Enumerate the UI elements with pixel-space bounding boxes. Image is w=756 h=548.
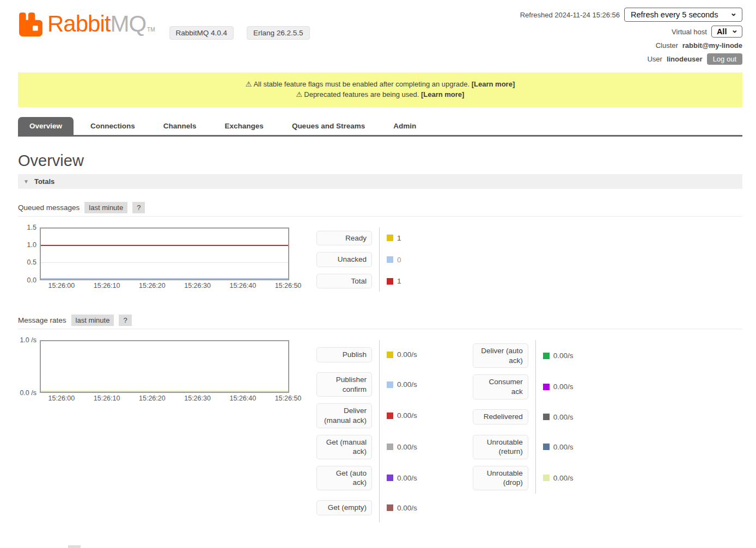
legend-row-total: Total1 bbox=[316, 270, 401, 292]
x-tick-label: 15:26:40 bbox=[229, 395, 256, 402]
legend-label-consumer-ack[interactable]: Consumer ack bbox=[473, 374, 528, 399]
legend-row-get-auto-ack: Get (auto ack)0.00/s bbox=[316, 463, 417, 494]
rates-range-badge[interactable]: last minute bbox=[71, 315, 114, 326]
legend-label-redelivered[interactable]: Redelivered bbox=[473, 409, 528, 424]
queued-help-icon[interactable]: ? bbox=[132, 202, 145, 213]
legend-value-text: 0.00/s bbox=[397, 474, 417, 482]
queued-chart-legend: Ready1Unacked0Total1 bbox=[316, 227, 401, 292]
queued-messages-chart-row: 1.51.00.50.0 15:26:0015:26:1015:26:2015:… bbox=[18, 227, 742, 292]
rates-chart-legend-right: Deliver (auto ack)0.00/sConsumer ack0.00… bbox=[473, 340, 574, 493]
legend-label-publish[interactable]: Publish bbox=[316, 347, 372, 362]
rates-help-icon[interactable]: ? bbox=[119, 315, 131, 326]
logo-area: RabbitMQTM RabbitMQ 4.0.4 Erlang 26.2.5.… bbox=[18, 8, 310, 42]
legend-label-ready[interactable]: Ready bbox=[316, 231, 372, 246]
series-line-unacked bbox=[41, 278, 288, 279]
legend-value-text: 0.00/s bbox=[553, 352, 574, 360]
legend-swatch-get-auto-ack bbox=[387, 475, 393, 481]
legend-swatch-total bbox=[387, 278, 393, 285]
legend-label-deliver-auto-ack[interactable]: Deliver (auto ack) bbox=[473, 343, 528, 368]
series-line-unroutable-drop bbox=[41, 391, 288, 392]
tab-connections[interactable]: Connections bbox=[79, 117, 147, 135]
legend-label-unroutable-return[interactable]: Unroutable (return) bbox=[473, 435, 528, 459]
rabbitmq-logo[interactable]: RabbitMQTM bbox=[18, 12, 155, 42]
tab-channels[interactable]: Channels bbox=[152, 117, 208, 135]
legend-swatch-deliver-auto-ack bbox=[543, 353, 550, 359]
legend-label-get-auto-ack[interactable]: Get (auto ack) bbox=[316, 466, 372, 490]
legend-label-get-empty[interactable]: Get (empty) bbox=[316, 500, 372, 515]
tab-overview[interactable]: Overview bbox=[18, 117, 74, 135]
legend-value-unroutable-return: 0.00/s bbox=[543, 443, 574, 451]
brand-wordmark: RabbitMQTM bbox=[47, 12, 155, 42]
legend-value-text: 0.00/s bbox=[397, 380, 417, 389]
legend-value-text: 0.00/s bbox=[553, 474, 574, 482]
legend-label-get-manual-ack[interactable]: Get (manual ack) bbox=[316, 435, 372, 459]
series-line-total bbox=[41, 245, 288, 246]
logout-button[interactable]: Log out bbox=[707, 53, 742, 65]
legend-value-deliver-manual-ack: 0.00/s bbox=[387, 411, 417, 420]
page-title: Overview bbox=[18, 152, 742, 170]
legend-swatch-unacked bbox=[387, 256, 393, 263]
learn-more-link-feature-flags[interactable]: [Learn more] bbox=[472, 80, 515, 88]
legend-swatch-deliver-manual-ack bbox=[387, 412, 393, 419]
x-tick-label: 15:26:30 bbox=[184, 395, 211, 402]
legend-divider bbox=[379, 270, 380, 292]
legend-value-total: 1 bbox=[387, 277, 401, 285]
message-rates-chart-row: 1.0 /s0.0 /s 15:26:0015:26:1015:26:2015:… bbox=[18, 340, 742, 522]
legend-value-unacked: 0 bbox=[387, 256, 401, 264]
virtual-host-select[interactable]: All ⌄ bbox=[711, 26, 742, 38]
tab-queues-and-streams[interactable]: Queues and Streams bbox=[281, 117, 376, 135]
cluster-label: Cluster bbox=[656, 41, 678, 50]
queued-range-badge[interactable]: last minute bbox=[84, 202, 127, 213]
global-counts-help-icon[interactable]: ? bbox=[68, 545, 81, 548]
x-tick-label: 15:26:10 bbox=[94, 395, 120, 402]
legend-value-text: 0.00/s bbox=[397, 504, 417, 512]
virtual-host-value: All bbox=[717, 27, 727, 36]
collapse-triangle-icon: ▼ bbox=[23, 178, 29, 184]
legend-value-text: 0.00/s bbox=[397, 411, 417, 420]
x-tick-label: 15:26:30 bbox=[184, 282, 211, 290]
version-badges: RabbitMQ 4.0.4 Erlang 26.2.5.5 bbox=[169, 26, 310, 40]
tab-admin[interactable]: Admin bbox=[382, 117, 428, 135]
rates-chart-y-axis: 1.0 /s0.0 /s bbox=[18, 340, 40, 393]
legend-value-publisher-confirm: 0.00/s bbox=[387, 380, 417, 389]
legend-label-total[interactable]: Total bbox=[316, 274, 372, 289]
legend-divider bbox=[535, 403, 536, 432]
legend-value-get-auto-ack: 0.00/s bbox=[387, 474, 417, 482]
legend-value-get-manual-ack: 0.00/s bbox=[387, 443, 417, 451]
totals-label: Totals bbox=[34, 177, 54, 186]
user-name: linodeuser bbox=[667, 55, 703, 63]
rabbitmq-logo-icon bbox=[18, 12, 43, 37]
legend-divider bbox=[535, 340, 536, 371]
legend-row-get-empty: Get (empty)0.00/s bbox=[316, 494, 417, 522]
queued-chart-plot-area: 15:26:0015:26:1015:26:2015:26:3015:26:40… bbox=[40, 227, 289, 280]
warning-icon: ⚠ bbox=[296, 90, 303, 98]
legend-divider bbox=[379, 432, 380, 463]
legend-value-text: 0.00/s bbox=[553, 413, 574, 421]
legend-swatch-get-manual-ack bbox=[387, 444, 393, 450]
warning-line-feature-flags: ⚠All stable feature flags must be enable… bbox=[23, 79, 737, 90]
warning-line-deprecated: ⚠Deprecated features are being used. [Le… bbox=[23, 90, 737, 100]
legend-value-ready: 1 bbox=[387, 234, 401, 242]
totals-section-toggle[interactable]: ▼ Totals bbox=[18, 174, 742, 189]
legend-label-publisher-confirm[interactable]: Publisher confirm bbox=[316, 372, 372, 397]
legend-label-deliver-manual-ack[interactable]: Deliver (manual ack) bbox=[316, 403, 372, 428]
refresh-interval-select[interactable]: Refresh every 5 seconds ⌄ bbox=[624, 8, 742, 22]
y-tick-label: 1.5 bbox=[27, 224, 36, 231]
legend-value-text: 0.00/s bbox=[553, 383, 574, 391]
erlang-version-badge: Erlang 26.2.5.5 bbox=[247, 26, 310, 40]
legend-row-consumer-ack: Consumer ack0.00/s bbox=[473, 371, 574, 402]
refreshed-timestamp: Refreshed 2024-11-24 15:26:56 bbox=[520, 11, 620, 19]
rates-chart-x-axis: 15:26:0015:26:1015:26:2015:26:3015:26:40… bbox=[41, 392, 288, 402]
legend-label-unroutable-drop[interactable]: Unroutable (drop) bbox=[473, 466, 528, 490]
learn-more-link-deprecated[interactable]: [Learn more] bbox=[421, 90, 464, 98]
legend-value-get-empty: 0.00/s bbox=[387, 504, 417, 512]
tab-exchanges[interactable]: Exchanges bbox=[214, 117, 275, 135]
legend-label-unacked[interactable]: Unacked bbox=[316, 252, 372, 267]
legend-divider bbox=[379, 400, 380, 431]
legend-swatch-publisher-confirm bbox=[387, 381, 393, 388]
legend-swatch-get-empty bbox=[387, 504, 393, 511]
virtual-host-label: Virtual host bbox=[672, 28, 707, 36]
legend-row-unroutable-return: Unroutable (return)0.00/s bbox=[473, 432, 574, 463]
header: RabbitMQTM RabbitMQ 4.0.4 Erlang 26.2.5.… bbox=[18, 8, 742, 65]
legend-divider bbox=[379, 463, 380, 494]
